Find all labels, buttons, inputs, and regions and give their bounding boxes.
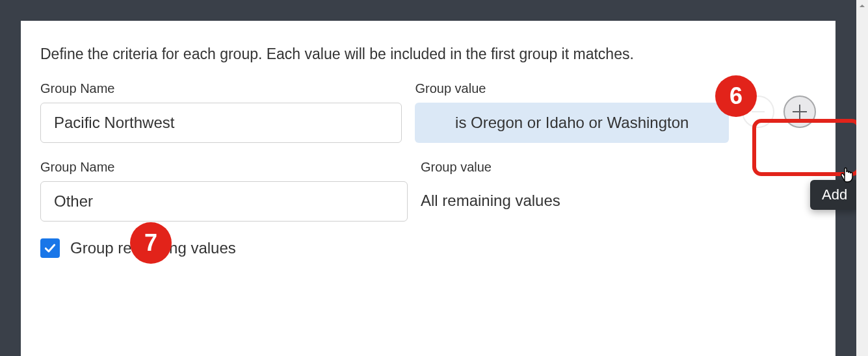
group-value-pill[interactable]: is Oregon or Idaho or Washington <box>415 103 729 143</box>
group-value-column: Group value All remaining values <box>421 160 739 210</box>
add-tooltip: Add <box>810 180 859 210</box>
scroll-up-button[interactable] <box>856 0 868 12</box>
group-value-label: Group value <box>415 81 729 96</box>
group-name-input[interactable] <box>40 103 402 143</box>
group-name-column: Group Name <box>40 81 402 143</box>
group-criteria-panel: Define the criteria for each group. Each… <box>21 21 835 356</box>
group-remaining-checkbox[interactable] <box>40 238 60 258</box>
group-value-label: Group value <box>421 160 739 175</box>
vertical-scrollbar[interactable] <box>856 0 868 356</box>
group-row: Group Name Group value is Oregon or Idah… <box>40 81 816 143</box>
group-value-text: is Oregon or Idaho or Washington <box>455 114 689 132</box>
chevron-up-icon <box>859 3 865 9</box>
annotation-badge-7: 7 <box>130 222 172 264</box>
plus-icon <box>799 105 801 119</box>
group-value-column: Group value is Oregon or Idaho or Washin… <box>415 81 729 143</box>
group-value-static: All remaining values <box>421 181 739 210</box>
group-name-column: Group Name <box>40 160 408 222</box>
group-name-label: Group Name <box>40 81 402 96</box>
annotation-badge-6: 6 <box>715 75 757 117</box>
check-icon <box>44 242 57 255</box>
group-name-input[interactable] <box>40 181 408 222</box>
minus-icon <box>752 111 765 112</box>
add-group-button[interactable] <box>783 95 816 128</box>
group-row: Group Name Group value All remaining val… <box>40 160 816 222</box>
instruction-text: Define the criteria for each group. Each… <box>40 45 816 63</box>
group-name-label: Group Name <box>40 160 408 175</box>
